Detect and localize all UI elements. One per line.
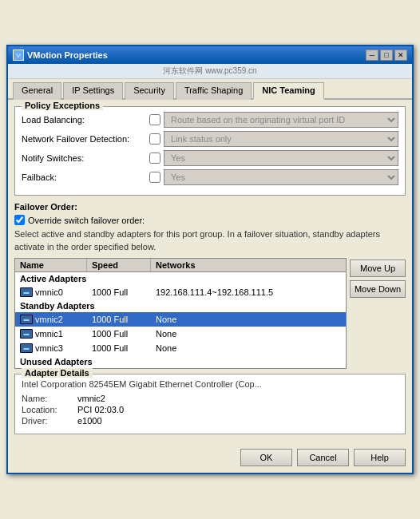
table-row[interactable]: ▬ vmnic1 1000 Full None — [15, 327, 346, 341]
td-vmnic1-networks: None — [151, 328, 346, 339]
move-buttons: Move Up Move Down — [350, 258, 406, 369]
table-row[interactable]: ▬ vmnic2 1000 Full None — [15, 312, 346, 327]
nic-icon-vmnic1: ▬ — [20, 329, 33, 339]
detail-driver-row: Driver: e1000 — [22, 416, 398, 426]
section-active: Active Adapters — [15, 272, 346, 285]
tabs-bar: General IP Settings Security Traffic Sha… — [8, 79, 412, 100]
td-vmnic1-name: ▬ vmnic1 — [15, 328, 87, 339]
adapter-table-container: Name Speed Networks Active Adapters ▬ vm… — [14, 258, 406, 369]
td-vmnic0-speed: 1000 Full — [87, 287, 151, 298]
notify-switches-select[interactable]: Yes — [164, 150, 398, 166]
notify-switches-row: Notify Switches: Yes — [22, 150, 398, 166]
failover-order-label: Failover Order: — [14, 202, 406, 212]
tab-general[interactable]: General — [13, 82, 61, 100]
failback-label: Failback: — [22, 172, 149, 182]
detail-location-key: Location: — [22, 405, 77, 414]
th-name: Name — [15, 259, 87, 271]
failback-select[interactable]: Yes — [164, 169, 398, 185]
tab-traffic-shaping[interactable]: Traffic Shaping — [176, 82, 252, 100]
override-text: Override switch failover order: — [28, 216, 145, 225]
th-networks: Networks — [151, 259, 346, 271]
td-vmnic0-name: ▬ vmnic0 — [15, 287, 87, 298]
maximize-button[interactable]: □ — [380, 50, 393, 61]
cancel-button[interactable]: Cancel — [297, 449, 349, 466]
watermark: 河东软件网 www.pc359.cn — [8, 64, 412, 79]
main-window: V VMotion Properties ─ □ ✕ 河东软件网 www.pc3… — [6, 45, 414, 474]
th-speed: Speed — [87, 259, 151, 271]
network-failover-checkbox[interactable] — [149, 133, 160, 145]
title-bar-left: V VMotion Properties — [13, 50, 108, 61]
window-icon: V — [13, 50, 24, 61]
override-checkbox[interactable] — [14, 215, 25, 225]
td-vmnic3-speed: 1000 Full — [87, 343, 151, 354]
td-vmnic3-name: ▬ vmnic3 — [15, 343, 87, 354]
tab-ip-settings[interactable]: IP Settings — [63, 82, 123, 100]
notify-switches-checkbox[interactable] — [149, 153, 160, 164]
nic-icon-vmnic2: ▬ — [20, 315, 33, 324]
td-vmnic2-name: ▬ vmnic2 — [15, 314, 87, 325]
detail-location-val: PCI 02:03.0 — [77, 405, 124, 414]
td-vmnic1-speed: 1000 Full — [87, 328, 151, 339]
failover-info-text: Select active and standby adapters for t… — [14, 228, 406, 253]
adapter-description: Intel Corporation 82545EM Gigabit Ethern… — [22, 379, 398, 389]
title-controls: ─ □ ✕ — [366, 50, 407, 61]
adapter-details-box: Adapter Details Intel Corporation 82545E… — [14, 374, 406, 434]
load-balancing-checkbox[interactable] — [149, 114, 160, 125]
network-failover-select[interactable]: Link status only — [164, 131, 398, 147]
failback-checkbox[interactable] — [149, 172, 160, 183]
move-up-button[interactable]: Move Up — [350, 260, 406, 277]
move-down-button[interactable]: Move Down — [350, 280, 406, 298]
ok-button[interactable]: OK — [240, 449, 292, 466]
override-row: Override switch failover order: — [14, 215, 406, 225]
td-vmnic3-networks: None — [151, 343, 346, 354]
table-row[interactable]: ▬ vmnic0 1000 Full 192.168.111.4~192.168… — [15, 285, 346, 299]
network-failover-row: Network Failover Detection: Link status … — [22, 131, 398, 147]
section-standby: Standby Adapters — [15, 299, 346, 312]
load-balancing-select[interactable]: Route based on the originating virtual p… — [164, 112, 398, 128]
detail-location-row: Location: PCI 02:03.0 — [22, 405, 398, 414]
table-row[interactable]: ▬ vmnic3 1000 Full None — [15, 341, 346, 355]
detail-name-row: Name: vmnic2 — [22, 394, 398, 403]
title-bar: V VMotion Properties ─ □ ✕ — [8, 46, 412, 64]
td-vmnic2-speed: 1000 Full — [87, 314, 151, 325]
failback-row: Failback: Yes — [22, 169, 398, 185]
adapter-table: Name Speed Networks Active Adapters ▬ vm… — [14, 258, 347, 369]
minimize-button[interactable]: ─ — [366, 50, 378, 61]
nic-icon-vmnic0: ▬ — [20, 287, 33, 297]
load-balancing-label: Load Balancing: — [22, 115, 149, 125]
section-unused: Unused Adapters — [15, 355, 346, 368]
help-button[interactable]: Help — [354, 449, 406, 466]
td-vmnic0-networks: 192.168.111.4~192.168.111.5 — [151, 287, 346, 298]
td-vmnic2-networks: None — [151, 314, 346, 325]
detail-driver-val: e1000 — [77, 416, 102, 426]
window-title: VMotion Properties — [27, 50, 108, 60]
tab-security[interactable]: Security — [125, 82, 174, 100]
policy-exceptions-group: Policy Exceptions Load Balancing: Route … — [14, 106, 406, 196]
detail-driver-key: Driver: — [22, 416, 77, 426]
table-header: Name Speed Networks — [15, 259, 346, 272]
network-failover-label: Network Failover Detection: — [22, 134, 149, 144]
notify-switches-label: Notify Switches: — [22, 153, 149, 163]
nic-icon-vmnic3: ▬ — [20, 343, 33, 353]
load-balancing-row: Load Balancing: Route based on the origi… — [22, 112, 398, 128]
detail-name-key: Name: — [22, 394, 77, 403]
close-button[interactable]: ✕ — [394, 50, 407, 61]
tab-nic-teaming[interactable]: NIC Teaming — [253, 82, 323, 100]
main-content: Policy Exceptions Load Balancing: Route … — [8, 100, 412, 446]
adapter-details-title: Adapter Details — [22, 368, 93, 378]
failover-order-section: Failover Order: Override switch failover… — [14, 202, 406, 369]
detail-name-val: vmnic2 — [77, 394, 105, 403]
policy-exceptions-title: Policy Exceptions — [22, 101, 103, 110]
bottom-buttons: OK Cancel Help — [8, 446, 412, 473]
